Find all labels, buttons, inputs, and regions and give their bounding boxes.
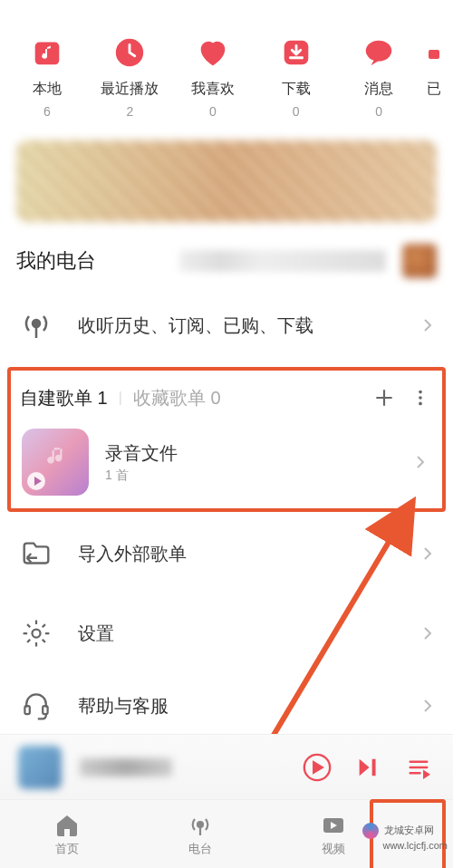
chevron-right-icon <box>411 453 429 471</box>
promo-banner[interactable] <box>16 140 437 222</box>
blurred-text <box>179 250 386 272</box>
svg-point-7 <box>419 396 422 400</box>
cat-download[interactable]: 下载 0 <box>255 34 338 119</box>
video-icon <box>320 812 347 839</box>
chat-icon <box>361 34 397 71</box>
more-menu-button[interactable] <box>408 385 433 410</box>
tab-divider: | <box>119 390 122 406</box>
my-radio-title: 我的电台 <box>16 247 96 275</box>
playlist-highlight-box: 自建歌单 1 | 收藏歌单 0 录音文件 1 首 <box>7 367 446 512</box>
gear-icon <box>16 613 56 653</box>
tab-own-playlists[interactable]: 自建歌单 1 <box>20 386 108 410</box>
nav-label: 视频 <box>322 841 345 857</box>
folder-music-icon <box>29 34 65 71</box>
import-label: 导入外部歌单 <box>78 542 397 566</box>
add-playlist-button[interactable] <box>371 385 397 410</box>
watermark-logo-icon <box>362 823 379 839</box>
cat-count: 0 <box>375 104 382 119</box>
nav-label: 电台 <box>188 841 212 857</box>
svg-point-9 <box>33 630 41 638</box>
cat-messages[interactable]: 消息 0 <box>337 34 420 119</box>
queue-button[interactable] <box>402 751 435 784</box>
import-playlist-row[interactable]: 导入外部歌单 <box>0 517 453 590</box>
cat-label: 本地 <box>33 80 62 99</box>
now-playing-cover <box>18 746 62 789</box>
svg-point-3 <box>366 41 392 62</box>
blurred-avatar <box>402 244 437 278</box>
cat-favorite[interactable]: 我喜欢 0 <box>171 34 255 119</box>
radio-history-label: 收听历史、订阅、已购、下载 <box>78 313 397 338</box>
nav-home[interactable]: 首页 <box>0 800 133 868</box>
chevron-right-icon <box>419 697 437 715</box>
clock-icon <box>111 34 148 71</box>
my-radio-header: 我的电台 <box>0 222 453 289</box>
play-button[interactable] <box>301 751 333 784</box>
svg-point-8 <box>419 402 422 406</box>
svg-point-14 <box>198 822 203 827</box>
cat-label: 已 <box>427 80 441 99</box>
cat-recent[interactable]: 最近播放 2 <box>89 34 172 119</box>
heart-icon <box>195 34 231 71</box>
help-label: 帮助与客服 <box>78 694 397 719</box>
cat-count: 2 <box>126 104 133 119</box>
cat-count: 6 <box>43 104 51 119</box>
watermark: 龙城安卓网 www.lcjcfj.com <box>362 823 448 852</box>
next-track-button[interactable] <box>352 751 384 784</box>
cat-label: 下载 <box>282 80 311 99</box>
settings-row[interactable]: 设置 <box>0 590 453 670</box>
cat-count <box>432 104 436 119</box>
playlist-tabs: 自建歌单 1 | 收藏歌单 0 <box>11 371 442 418</box>
chevron-right-icon <box>419 316 437 334</box>
cat-purchased-cut[interactable]: 已 <box>420 34 448 119</box>
cat-count: 0 <box>293 104 300 119</box>
help-row[interactable]: 帮助与客服 <box>0 670 453 742</box>
nav-radio[interactable]: 电台 <box>133 800 266 868</box>
home-icon <box>53 812 81 839</box>
radio-history-row[interactable]: 收听历史、订阅、已购、下载 <box>0 289 453 362</box>
chevron-right-icon <box>419 624 437 642</box>
svg-point-6 <box>419 391 422 394</box>
cat-label: 消息 <box>364 80 393 99</box>
now-playing-title-blurred <box>80 758 172 776</box>
playlist-cover <box>22 429 89 496</box>
folder-import-icon <box>16 534 56 574</box>
cat-label: 最近播放 <box>101 80 159 99</box>
svg-point-5 <box>33 320 40 327</box>
cat-count: 0 <box>209 104 217 119</box>
headset-icon <box>16 686 56 726</box>
tab-fav-playlists[interactable]: 收藏歌单 0 <box>133 386 221 410</box>
playlist-subtitle: 1 首 <box>105 468 395 484</box>
nav-label: 首页 <box>55 841 79 857</box>
playlist-title: 录音文件 <box>105 441 395 466</box>
radio-icon <box>187 812 214 839</box>
cat-local[interactable]: 本地 6 <box>5 34 89 119</box>
watermark-url: www.lcjcfj.com <box>382 840 448 851</box>
chevron-right-icon <box>419 545 437 563</box>
download-icon <box>278 34 314 71</box>
playlist-item-recordings[interactable]: 录音文件 1 首 <box>11 418 442 505</box>
svg-rect-4 <box>429 50 439 59</box>
broadcast-icon <box>16 305 56 345</box>
top-categories: 本地 6 最近播放 2 我喜欢 0 下载 0 消息 0 已 <box>0 0 453 135</box>
bag-icon <box>425 34 443 71</box>
settings-label: 设置 <box>78 622 397 646</box>
watermark-brand: 龙城安卓网 <box>384 825 434 835</box>
now-playing-bar[interactable] <box>0 734 453 799</box>
cat-label: 我喜欢 <box>191 80 235 99</box>
